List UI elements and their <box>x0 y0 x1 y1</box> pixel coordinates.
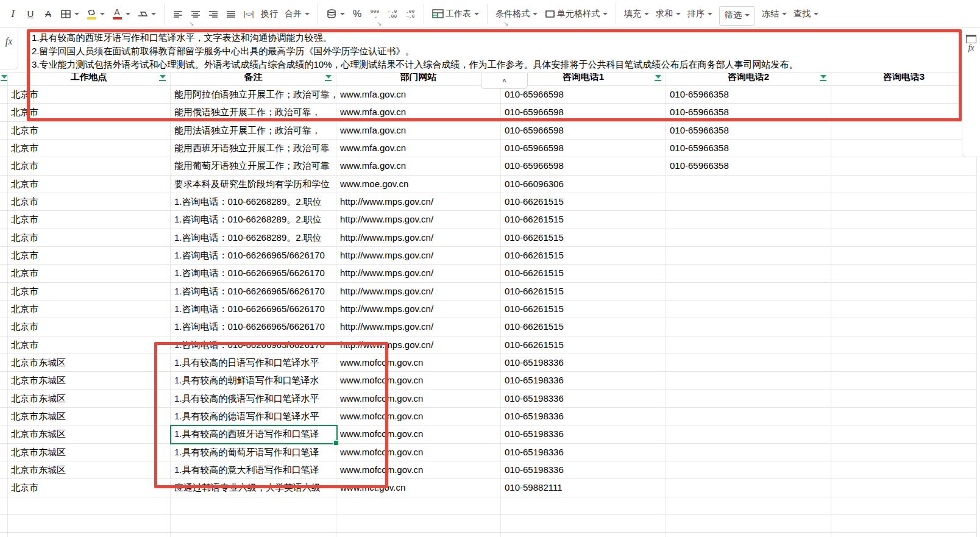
cell-website[interactable]: http://www.mps.gov.cn/ <box>336 193 501 211</box>
cell-location[interactable]: 北京市东城区 <box>7 390 171 408</box>
cell-tel3[interactable] <box>831 372 977 389</box>
toolbar-align-justify-icon[interactable] <box>225 7 236 21</box>
cell-tel2[interactable] <box>666 229 831 247</box>
cell-tel3[interactable] <box>831 318 977 336</box>
cell-tel3[interactable] <box>831 283 977 301</box>
toolbar-fill-button[interactable]: 填充 <box>624 9 649 20</box>
cell-tel2[interactable]: 010-65966358 <box>666 122 831 140</box>
cell-tel2[interactable] <box>666 336 831 354</box>
cell-tel2[interactable] <box>666 211 831 229</box>
toolbar-decrease-decimal-icon[interactable]: ←.0 .00 <box>387 7 398 21</box>
toolbar-conditional-format-button[interactable]: 条件格式 <box>495 9 538 20</box>
cell-tel3[interactable] <box>831 390 977 408</box>
cell-tel2[interactable] <box>666 515 831 533</box>
cell-note[interactable]: 能用葡萄牙语独立开展工作；政治可靠 <box>171 157 336 175</box>
cell-tel1[interactable]: 010-65966598 <box>501 157 666 175</box>
dialog-launcher-icon[interactable]: ↘ <box>377 20 382 27</box>
toolbar-increase-decimal-icon[interactable]: .00 →.0 <box>405 7 416 21</box>
cell-location[interactable]: 北京市 <box>7 140 171 157</box>
cell-tel3[interactable] <box>831 515 977 533</box>
toolbar-sort-button[interactable]: 排序 <box>687 9 712 20</box>
cell-tel3[interactable] <box>831 444 977 461</box>
cell-tel1[interactable]: 010-66261515 <box>501 265 666 282</box>
cell-location[interactable] <box>7 533 171 537</box>
cell-website[interactable]: http://www.mps.gov.cn/ <box>336 265 501 282</box>
cell-tel3[interactable] <box>831 247 977 265</box>
filter-dropdown-icon[interactable] <box>1 73 9 81</box>
cell-location[interactable]: 北京市东城区 <box>7 461 171 479</box>
cell-tel2[interactable]: 010-65966358 <box>666 157 831 175</box>
cell-tel2[interactable] <box>666 176 831 193</box>
cell-note[interactable]: 1.咨询电话：010-66266965/6626170 <box>171 265 336 282</box>
toolbar-find-button[interactable]: 查找 <box>794 9 818 20</box>
cell-website[interactable] <box>336 497 501 515</box>
cell-note[interactable]: 1.咨询电话：010-66266965/6626170 <box>171 283 336 301</box>
cell-tel1[interactable]: 010-66261515 <box>501 318 666 336</box>
cell-tel1[interactable]: 010-65198336 <box>501 390 666 408</box>
cell-tel3[interactable] <box>831 408 977 425</box>
cell-tel2[interactable]: 010-65966358 <box>666 140 831 157</box>
cell-location[interactable]: 北京市 <box>7 176 171 193</box>
cell-location[interactable]: 北京市 <box>7 318 171 336</box>
toolbar-underline-icon[interactable]: U <box>25 7 36 21</box>
cell-tel3[interactable] <box>831 301 977 318</box>
cell-location[interactable] <box>7 515 171 533</box>
cell-location[interactable]: 北京市 <box>7 265 171 282</box>
cell-tel1[interactable]: 010-65198336 <box>501 461 666 479</box>
cell-note[interactable] <box>171 515 336 533</box>
cell-tel1[interactable] <box>501 533 666 537</box>
cell-tel1[interactable]: 010-65198336 <box>501 354 666 372</box>
cell-tel3[interactable] <box>831 265 977 282</box>
cell-location[interactable]: 北京市 <box>7 283 171 301</box>
cell-tel3[interactable] <box>831 336 977 354</box>
cell-website[interactable]: http://www.mps.gov.cn/ <box>336 211 501 229</box>
cell-tel1[interactable]: 010-66261515 <box>501 211 666 229</box>
toolbar-number-format-icon[interactable] <box>326 7 345 21</box>
toolbar-borders-icon[interactable] <box>60 7 79 21</box>
cell-tel2[interactable] <box>666 425 831 443</box>
cell-tel3[interactable] <box>831 533 977 537</box>
cell-location[interactable] <box>7 497 171 515</box>
cell-tel2[interactable] <box>666 247 831 265</box>
toolbar-percent-style-icon[interactable]: % <box>352 7 363 21</box>
cell-tel3[interactable] <box>831 354 977 372</box>
cell-tel1[interactable]: 010-65966598 <box>501 140 666 157</box>
cell-tel2[interactable] <box>666 408 831 425</box>
cell-website[interactable]: http://www.mps.gov.cn/ <box>336 283 501 301</box>
cell-note[interactable]: 能用西班牙语独立开展工作；政治可靠 <box>171 140 336 157</box>
toolbar-italic-icon[interactable]: I <box>7 7 18 21</box>
toolbar-strikethrough-icon[interactable]: A <box>43 7 54 21</box>
cell-location[interactable]: 北京市 <box>7 247 171 265</box>
cell-note[interactable]: 1.咨询电话：010-66268289。2.职位 <box>171 211 336 229</box>
cell-tel2[interactable] <box>666 301 831 318</box>
toolbar-comma-style-icon[interactable]: 000 , <box>369 7 380 21</box>
cell-tel3[interactable] <box>831 229 977 247</box>
cell-tel2[interactable] <box>666 479 831 497</box>
cell-note[interactable]: 要求本科及研究生阶段均有学历和学位 <box>171 176 336 193</box>
cell-tel2[interactable] <box>666 372 831 389</box>
toolbar-clear-format-icon[interactable] <box>137 7 156 21</box>
toolbar-align-left-icon[interactable] <box>172 7 183 21</box>
cell-tel1[interactable]: 010-65198336 <box>501 425 666 443</box>
cell-website[interactable]: www.mfa.gov.cn <box>336 122 501 140</box>
toolbar-align-center-icon[interactable] <box>190 7 201 21</box>
cell-note[interactable] <box>171 533 336 537</box>
cell-tel2[interactable] <box>666 497 831 515</box>
cell-website[interactable]: http://www.mps.gov.cn/ <box>336 301 501 318</box>
cell-location[interactable]: 北京市东城区 <box>7 372 171 389</box>
cell-tel3[interactable] <box>831 425 977 443</box>
toolbar-fill-color-icon[interactable] <box>86 7 105 21</box>
cell-note[interactable]: 1.咨询电话：010-66268289。2.职位 <box>171 229 336 247</box>
cell-note[interactable]: 能用法语独立开展工作；政治可靠， <box>171 122 336 140</box>
cell-note[interactable]: 1.咨询电话：010-66266965/6626170 <box>171 301 336 318</box>
cell-location[interactable]: 北京市 <box>7 336 171 354</box>
cell-tel1[interactable] <box>501 497 666 515</box>
cell-note[interactable]: 1.咨询电话：010-66266965/6626170 <box>171 247 336 265</box>
cell-website[interactable]: www.mfa.gov.cn <box>336 157 501 175</box>
cell-location[interactable]: 北京市 <box>7 193 171 211</box>
cell-location[interactable]: 北京市东城区 <box>7 354 171 372</box>
toolbar-font-color-icon[interactable]: A <box>112 7 130 21</box>
cell-tel1[interactable]: 010-65198336 <box>501 372 666 389</box>
cell-tel3[interactable] <box>831 176 977 193</box>
cell-tel1[interactable]: 010-66261515 <box>501 301 666 318</box>
